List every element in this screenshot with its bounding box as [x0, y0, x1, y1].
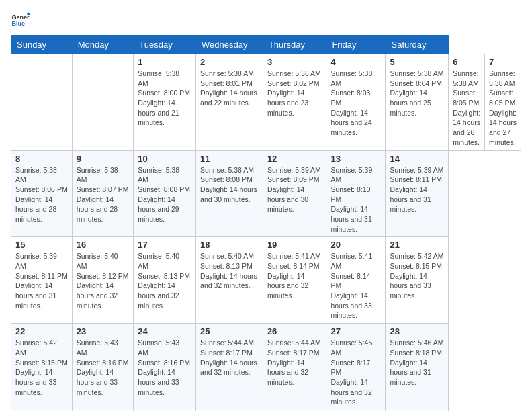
day-info: Sunrise: 5:38 AM Sunset: 8:06 PM Dayligh… — [15, 165, 68, 224]
sunrise: Sunrise: 5:45 AM — [330, 338, 381, 357]
calendar-cell: 18 Sunrise: 5:40 AM Sunset: 8:13 PM Dayl… — [196, 237, 263, 324]
day-number: 2 — [200, 57, 259, 67]
daylight: Daylight: 14 hours and 30 minutes. — [267, 185, 322, 214]
day-number: 16 — [77, 240, 130, 250]
sunrise: Sunrise: 5:40 AM — [138, 251, 191, 271]
sunset: Sunset: 8:08 PM — [200, 175, 259, 185]
daylight: Daylight: 14 hours and 32 minutes. — [267, 358, 322, 387]
day-number: 10 — [138, 154, 191, 164]
daylight: Daylight: 14 hours and 32 minutes. — [77, 281, 130, 310]
sunrise: Sunrise: 5:42 AM — [15, 338, 68, 357]
weekday-header-wednesday: Wednesday — [196, 36, 263, 54]
day-number: 11 — [200, 154, 259, 164]
sunset: Sunset: 8:16 PM — [77, 358, 130, 368]
daylight: Daylight: 14 hours and 33 minutes. — [15, 367, 68, 397]
day-number: 12 — [267, 154, 322, 164]
day-info: Sunrise: 5:38 AM Sunset: 8:01 PM Dayligh… — [200, 68, 259, 108]
sunrise: Sunrise: 5:41 AM — [330, 251, 381, 271]
day-number: 6 — [453, 57, 480, 67]
daylight: Daylight: 14 hours and 31 minutes. — [15, 281, 68, 310]
daylight: Daylight: 14 hours and 30 minutes. — [200, 185, 259, 204]
day-number: 24 — [138, 326, 191, 336]
sunrise: Sunrise: 5:40 AM — [200, 251, 259, 261]
sunset: Sunset: 8:11 PM — [390, 175, 444, 185]
sunrise: Sunrise: 5:39 AM — [267, 165, 322, 175]
weekday-header-tuesday: Tuesday — [134, 36, 196, 54]
daylight: Daylight: 14 hours and 32 minutes. — [200, 271, 259, 291]
daylight: Daylight: 14 hours and 31 minutes. — [330, 204, 381, 234]
daylight: Daylight: 14 hours and 27 minutes. — [489, 108, 517, 148]
sunset: Sunset: 8:14 PM — [267, 261, 322, 271]
day-info: Sunrise: 5:38 AM Sunset: 8:05 PM Dayligh… — [453, 68, 480, 148]
calendar-cell — [72, 54, 134, 151]
sunset: Sunset: 8:06 PM — [15, 185, 68, 195]
sunrise: Sunrise: 5:38 AM — [330, 68, 381, 88]
daylight: Daylight: 14 hours and 32 minutes. — [200, 358, 259, 377]
calendar-cell: 15 Sunrise: 5:39 AM Sunset: 8:11 PM Dayl… — [11, 237, 73, 324]
daylight: Daylight: 14 hours and 21 minutes. — [138, 98, 191, 128]
sunrise: Sunrise: 5:38 AM — [15, 165, 68, 185]
calendar-cell: 8 Sunrise: 5:38 AM Sunset: 8:06 PM Dayli… — [11, 150, 73, 237]
sunrise: Sunrise: 5:41 AM — [267, 251, 322, 261]
sunset: Sunset: 8:16 PM — [138, 358, 191, 368]
day-info: Sunrise: 5:39 AM Sunset: 8:11 PM Dayligh… — [15, 251, 68, 310]
day-info: Sunrise: 5:41 AM Sunset: 8:14 PM Dayligh… — [330, 251, 381, 320]
svg-text:Blue: Blue — [11, 20, 25, 27]
sunset: Sunset: 8:18 PM — [390, 348, 444, 358]
day-info: Sunrise: 5:45 AM Sunset: 8:17 PM Dayligh… — [330, 338, 381, 407]
logo: General Blue — [11, 11, 32, 30]
calendar-cell: 14 Sunrise: 5:39 AM Sunset: 8:11 PM Dayl… — [386, 150, 449, 237]
calendar-cell: 3 Sunrise: 5:38 AM Sunset: 8:02 PM Dayli… — [263, 54, 326, 151]
calendar-cell: 2 Sunrise: 5:38 AM Sunset: 8:01 PM Dayli… — [196, 54, 263, 151]
sunrise: Sunrise: 5:42 AM — [390, 251, 444, 261]
sunrise: Sunrise: 5:38 AM — [390, 68, 444, 79]
calendar-cell: 19 Sunrise: 5:41 AM Sunset: 8:14 PM Dayl… — [263, 237, 326, 324]
day-info: Sunrise: 5:43 AM Sunset: 8:16 PM Dayligh… — [138, 338, 191, 397]
sunset: Sunset: 8:04 PM — [390, 79, 444, 89]
sunset: Sunset: 8:09 PM — [267, 175, 322, 185]
day-number: 7 — [489, 57, 517, 67]
day-info: Sunrise: 5:38 AM Sunset: 8:08 PM Dayligh… — [200, 165, 259, 205]
sunrise: Sunrise: 5:38 AM — [489, 68, 517, 88]
daylight: Daylight: 14 hours and 32 minutes. — [267, 271, 322, 301]
calendar-week-3: 15 Sunrise: 5:39 AM Sunset: 8:11 PM Dayl… — [11, 237, 521, 324]
weekday-header-thursday: Thursday — [263, 36, 326, 54]
day-number: 5 — [390, 57, 444, 67]
calendar-cell: 5 Sunrise: 5:38 AM Sunset: 8:04 PM Dayli… — [386, 54, 449, 151]
calendar-cell — [11, 54, 73, 151]
day-number: 23 — [77, 326, 130, 336]
day-info: Sunrise: 5:40 AM Sunset: 8:12 PM Dayligh… — [77, 251, 130, 310]
calendar-week-4: 22 Sunrise: 5:42 AM Sunset: 8:15 PM Dayl… — [11, 324, 521, 410]
calendar-cell: 24 Sunrise: 5:43 AM Sunset: 8:16 PM Dayl… — [134, 324, 196, 410]
weekday-header-saturday: Saturday — [386, 36, 449, 54]
day-info: Sunrise: 5:40 AM Sunset: 8:13 PM Dayligh… — [200, 251, 259, 291]
calendar-cell: 9 Sunrise: 5:38 AM Sunset: 8:07 PM Dayli… — [72, 150, 134, 237]
sunrise: Sunrise: 5:38 AM — [453, 68, 480, 88]
sunrise: Sunrise: 5:38 AM — [77, 165, 130, 185]
sunset: Sunset: 8:12 PM — [77, 271, 130, 281]
day-info: Sunrise: 5:44 AM Sunset: 8:17 PM Dayligh… — [200, 338, 259, 377]
logo-icon: General Blue — [11, 11, 30, 30]
day-number: 27 — [330, 326, 381, 336]
calendar-cell: 6 Sunrise: 5:38 AM Sunset: 8:05 PM Dayli… — [449, 54, 485, 151]
day-info: Sunrise: 5:38 AM Sunset: 8:00 PM Dayligh… — [138, 68, 191, 128]
weekday-header-sunday: Sunday — [11, 36, 73, 54]
day-info: Sunrise: 5:42 AM Sunset: 8:15 PM Dayligh… — [15, 338, 68, 397]
calendar-cell: 23 Sunrise: 5:43 AM Sunset: 8:16 PM Dayl… — [72, 324, 134, 410]
day-number: 26 — [267, 326, 322, 336]
sunset: Sunset: 8:05 PM — [453, 88, 480, 107]
daylight: Daylight: 14 hours and 23 minutes. — [267, 88, 322, 118]
daylight: Daylight: 14 hours and 22 minutes. — [200, 88, 259, 107]
day-number: 19 — [267, 240, 322, 250]
sunset: Sunset: 8:15 PM — [390, 261, 444, 271]
daylight: Daylight: 14 hours and 31 minutes. — [390, 185, 444, 214]
sunrise: Sunrise: 5:39 AM — [15, 251, 68, 271]
daylight: Daylight: 14 hours and 26 minutes. — [453, 108, 480, 148]
day-number: 17 — [138, 240, 191, 250]
sunset: Sunset: 8:17 PM — [200, 348, 259, 358]
day-info: Sunrise: 5:39 AM Sunset: 8:09 PM Dayligh… — [267, 165, 322, 214]
daylight: Daylight: 14 hours and 31 minutes. — [390, 358, 444, 387]
day-number: 3 — [267, 57, 322, 67]
sunrise: Sunrise: 5:44 AM — [267, 338, 322, 348]
calendar-cell: 17 Sunrise: 5:40 AM Sunset: 8:13 PM Dayl… — [134, 237, 196, 324]
